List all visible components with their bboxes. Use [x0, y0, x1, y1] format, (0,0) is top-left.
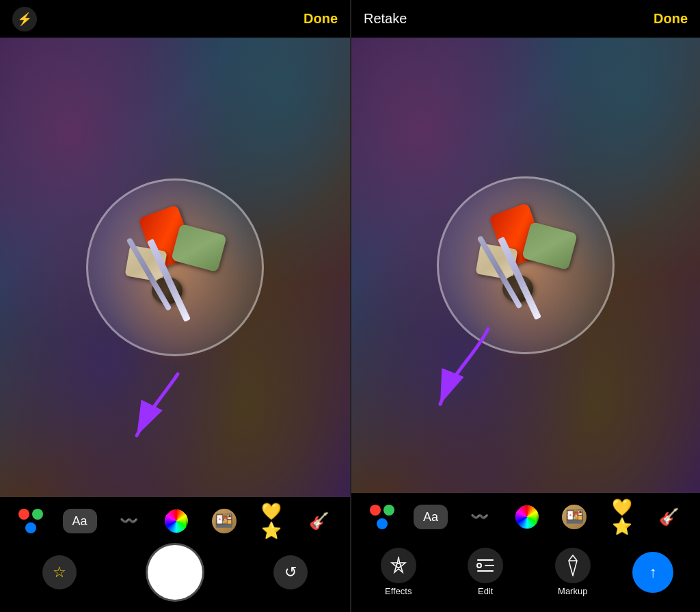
target-button-right[interactable]	[511, 501, 543, 533]
right-bottom-bar: Effects Edit	[351, 541, 700, 607]
edit-line-2	[485, 565, 494, 566]
left-panel: ⚡ Done	[0, 0, 350, 612]
sticker-hearts-icon-right: 💛⭐	[606, 498, 638, 536]
retake-button[interactable]: Retake	[364, 11, 407, 27]
shutter-button[interactable]	[148, 545, 202, 600]
flash-button[interactable]: ⚡	[12, 7, 37, 31]
pen-button-right[interactable]: 〰️	[464, 501, 496, 533]
food-art-left	[79, 172, 271, 363]
effects-label: Effects	[385, 586, 412, 596]
flip-icon: ↺	[284, 563, 297, 581]
svg-point-2	[396, 563, 401, 568]
edit-knob	[476, 563, 482, 568]
right-header: Retake Done	[351, 0, 700, 38]
right-photo-bg	[351, 38, 700, 493]
pen-icon-right: 〰️	[470, 508, 489, 526]
edit-icon-container	[468, 548, 503, 583]
dot-blue	[25, 522, 36, 533]
star-button-left[interactable]: ☆	[42, 555, 77, 589]
sticker-guitar-button-right[interactable]: 🎸	[654, 501, 685, 533]
effects-icon	[386, 553, 412, 578]
target-icon-right	[515, 505, 539, 529]
edit-line-3	[477, 570, 494, 572]
food-art-right	[430, 170, 621, 361]
sticker-face-icon-right: 🍱	[562, 505, 587, 529]
colors-icon-left	[18, 509, 43, 533]
left-done-button[interactable]: Done	[304, 11, 338, 27]
left-header: ⚡ Done	[0, 0, 350, 38]
flash-icon: ⚡	[17, 12, 32, 27]
send-button[interactable]: ↑	[632, 552, 673, 593]
right-done-button[interactable]: Done	[654, 11, 688, 27]
send-icon: ↑	[649, 563, 657, 581]
pen-button-left[interactable]: 〰️	[113, 505, 144, 537]
markup-pen-icon	[563, 554, 582, 577]
colors-button-left[interactable]	[15, 505, 46, 537]
text-button-right[interactable]: Aa	[414, 505, 448, 529]
right-toolbar-icons: Aa 〰️ 🍱 💛⭐ 🎸	[351, 501, 700, 533]
colors-button-right[interactable]	[366, 501, 398, 533]
markup-icon-container	[555, 548, 591, 583]
star-icon-left: ☆	[53, 563, 66, 581]
edit-line-1	[477, 559, 494, 561]
markup-icon	[560, 553, 586, 578]
colors-icon-right	[370, 505, 394, 529]
edit-button[interactable]: Edit	[458, 548, 513, 596]
text-button-left[interactable]: Aa	[63, 509, 97, 533]
left-toolbar: Aa 〰️ 🍱 💛⭐ 🎸	[0, 497, 350, 612]
sticker-face-icon-left: 🍱	[212, 509, 237, 533]
dot-green	[32, 509, 43, 520]
text-icon-label-right: Aa	[423, 510, 438, 524]
pen-icon-left: 〰️	[120, 512, 138, 530]
right-toolbar: Aa 〰️ 🍱 💛⭐ 🎸	[351, 493, 700, 612]
markup-label: Markup	[558, 586, 587, 596]
sticker-hearts-button-left[interactable]: 💛⭐	[256, 505, 287, 537]
left-photo-area	[0, 38, 350, 497]
sticker-hearts-button-right[interactable]: 💛⭐	[606, 501, 638, 533]
edit-label: Edit	[478, 586, 493, 596]
dot-green-r	[383, 505, 394, 516]
plate-right	[437, 176, 615, 354]
left-photo-bg	[0, 38, 350, 497]
sticker-face-button-right[interactable]: 🍱	[558, 501, 590, 533]
dot-blue-r	[377, 518, 388, 529]
sticker-face-button-left[interactable]: 🍱	[208, 505, 240, 537]
sticker-guitar-button-left[interactable]: 🎸	[304, 505, 335, 537]
sticker-hearts-icon-left: 💛⭐	[256, 502, 287, 540]
effects-star-icon	[387, 554, 410, 577]
left-header-left: ⚡	[12, 7, 37, 31]
target-icon-left	[165, 509, 188, 533]
effects-icon-container	[381, 548, 416, 583]
sticker-guitar-icon-right: 🎸	[659, 507, 679, 527]
left-toolbar-bottom: ☆ ↺	[0, 545, 350, 607]
edit-line-row	[476, 563, 494, 568]
left-toolbar-icons: Aa 〰️ 🍱 💛⭐ 🎸	[0, 505, 350, 537]
target-button-left[interactable]	[161, 505, 192, 537]
dot-red	[18, 509, 29, 520]
plate-left	[86, 178, 264, 356]
text-icon-label-left: Aa	[72, 514, 88, 529]
right-panel: Retake Done	[350, 0, 700, 612]
markup-button[interactable]: Markup	[546, 548, 600, 596]
right-photo-area	[351, 38, 700, 493]
flip-button[interactable]: ↺	[273, 555, 308, 589]
sticker-guitar-icon-left: 🎸	[309, 511, 329, 531]
edit-icon	[472, 553, 498, 578]
dot-red-r	[370, 505, 381, 516]
effects-button[interactable]: Effects	[371, 548, 426, 596]
